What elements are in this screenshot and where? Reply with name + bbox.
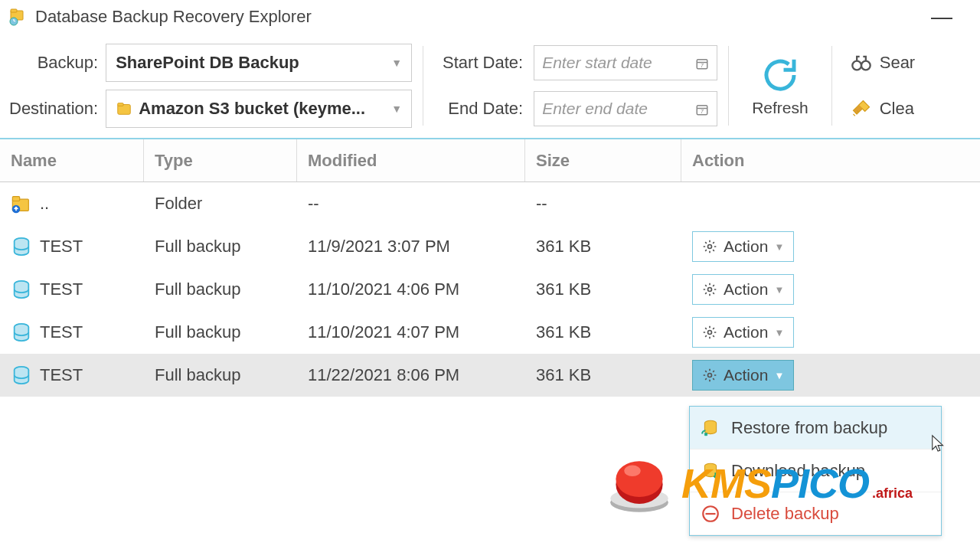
- svg-rect-1: [11, 9, 17, 12]
- svg-point-12: [861, 61, 871, 70]
- menu-restore-from-backup[interactable]: Restore from backup: [690, 407, 941, 449]
- destination-select[interactable]: Amazon S3 bucket (keyme... ▼: [106, 90, 412, 128]
- clear-button[interactable]: Clea: [851, 90, 915, 128]
- chevron-down-icon: ▼: [774, 327, 784, 338]
- table-row[interactable]: ..Folder----: [0, 182, 980, 225]
- svg-point-31: [616, 461, 662, 497]
- action-dropdown: Restore from backup Download backup Dele…: [689, 406, 942, 536]
- menu-delete-backup[interactable]: Delete backup: [690, 492, 941, 535]
- binoculars-icon: [851, 52, 872, 74]
- restore-icon: [701, 418, 720, 438]
- gear-icon: [702, 239, 717, 254]
- svg-point-2: [10, 18, 18, 25]
- red-button-icon: [605, 449, 674, 518]
- menu-download-backup[interactable]: Download backup: [690, 449, 941, 492]
- svg-point-30: [616, 466, 662, 504]
- svg-point-29: [610, 489, 668, 508]
- chevron-down-icon: ▼: [774, 241, 784, 253]
- table-row[interactable]: TESTFull backup11/10/2021 4:06 PM361 KBA…: [0, 268, 980, 311]
- gear-icon: [702, 368, 717, 383]
- table-row[interactable]: TESTFull backup11/22/2021 8:06 PM361 KBA…: [0, 354, 980, 397]
- svg-point-19: [708, 288, 712, 292]
- grid-header: Name Type Modified Size Action: [0, 139, 980, 182]
- svg-point-23: [708, 374, 712, 378]
- action-button[interactable]: Action▼: [692, 274, 794, 305]
- chevron-down-icon: ▼: [391, 103, 402, 115]
- start-date-input[interactable]: Enter start date 7: [534, 45, 717, 80]
- svg-text:7: 7: [701, 109, 704, 114]
- table-row[interactable]: TESTFull backup11/10/2021 4:07 PM361 KBA…: [0, 311, 980, 354]
- database-icon: [11, 279, 32, 300]
- database-icon: [11, 364, 32, 386]
- folder-up-icon: [11, 193, 32, 214]
- bucket-icon: [116, 100, 132, 117]
- calendar-icon: 7: [695, 102, 709, 116]
- svg-point-28: [610, 493, 668, 512]
- col-action[interactable]: Action: [681, 139, 980, 181]
- end-date-label: End Date:: [434, 99, 534, 119]
- svg-rect-14: [12, 197, 19, 201]
- action-button[interactable]: Action▼: [692, 360, 794, 391]
- calendar-icon: 7: [695, 56, 709, 70]
- col-modified[interactable]: Modified: [297, 139, 525, 181]
- database-icon: [11, 236, 32, 257]
- gear-icon: [702, 325, 717, 340]
- toolbar: Backup: Destination: SharePoint DB Backu…: [0, 34, 980, 139]
- svg-point-17: [708, 245, 712, 249]
- destination-label: Destination:: [9, 90, 98, 128]
- start-date-label: Start Date:: [434, 53, 534, 73]
- backup-label: Backup:: [38, 44, 99, 82]
- separator: [728, 46, 729, 126]
- col-size[interactable]: Size: [525, 139, 681, 181]
- refresh-icon: [760, 54, 801, 96]
- col-type[interactable]: Type: [144, 139, 297, 181]
- col-name[interactable]: Name: [0, 139, 144, 181]
- mouse-cursor: [930, 434, 947, 456]
- broom-icon: [851, 98, 872, 119]
- svg-point-32: [624, 466, 641, 476]
- gear-icon: [702, 282, 717, 297]
- chevron-down-icon: ▼: [774, 370, 784, 381]
- window-title: Database Backup Recovery Explorer: [35, 7, 312, 27]
- chevron-down-icon: ▼: [774, 284, 784, 296]
- svg-point-21: [708, 331, 712, 335]
- database-icon: [11, 322, 32, 343]
- download-icon: [701, 461, 720, 481]
- table-row[interactable]: TESTFull backup11/9/2021 3:07 PM361 KBAc…: [0, 225, 980, 268]
- titlebar: Database Backup Recovery Explorer —: [0, 0, 980, 34]
- app-icon: [9, 8, 28, 26]
- svg-point-11: [852, 61, 861, 70]
- action-button[interactable]: Action▼: [692, 231, 794, 262]
- delete-icon: [701, 504, 720, 524]
- search-button[interactable]: Sear: [851, 44, 915, 82]
- end-date-input[interactable]: Enter end date 7: [534, 91, 717, 126]
- minimize-button[interactable]: —: [931, 5, 971, 29]
- refresh-button[interactable]: Refresh: [740, 40, 821, 132]
- action-button[interactable]: Action▼: [692, 317, 794, 348]
- grid-body: ..Folder----TESTFull backup11/9/2021 3:0…: [0, 182, 980, 397]
- chevron-down-icon: ▼: [391, 57, 402, 69]
- backup-select[interactable]: SharePoint DB Backup ▼: [106, 44, 412, 82]
- separator: [831, 46, 832, 126]
- svg-rect-4: [118, 103, 123, 106]
- separator: [423, 46, 423, 126]
- svg-text:7: 7: [701, 63, 704, 68]
